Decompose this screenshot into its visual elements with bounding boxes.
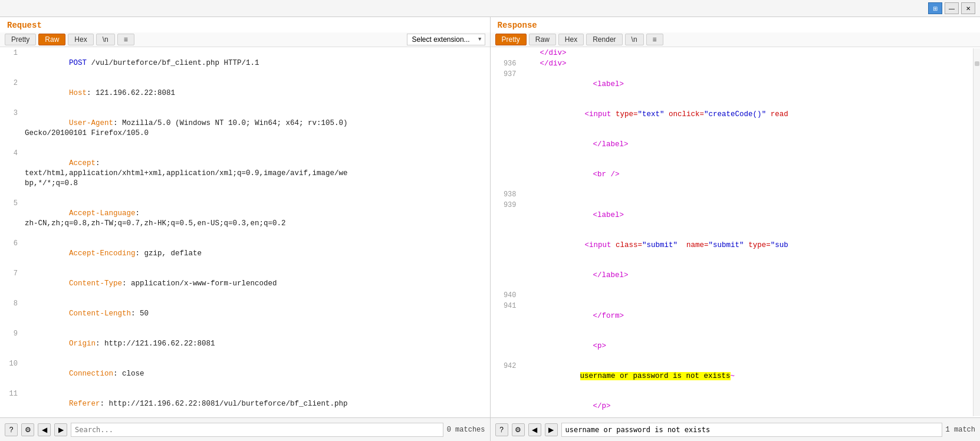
response-title: Response bbox=[491, 17, 981, 32]
layout-close-icon[interactable]: ✕ bbox=[961, 2, 975, 14]
response-search-bar: ? ⚙ ◀ ▶ 1 match bbox=[491, 417, 981, 441]
response-line-942: 942 username or password is not exists~ … bbox=[491, 361, 974, 416]
layout-grid-icon[interactable]: ⊞ bbox=[928, 2, 942, 14]
response-code-area: </div> 936 </div> 937 <label> <input typ… bbox=[491, 47, 981, 417]
tab-response-menu[interactable]: ≡ bbox=[646, 34, 663, 45]
request-search-input[interactable] bbox=[71, 423, 443, 437]
request-help-icon[interactable]: ? bbox=[5, 423, 18, 436]
request-line-9: 9 Origin: http://121.196.62.22:8081 bbox=[0, 329, 490, 359]
response-line-937: 937 <label> <input type="text" onclick="… bbox=[491, 70, 974, 190]
tab-request-menu[interactable]: ≡ bbox=[117, 34, 134, 45]
select-extension-dropdown[interactable]: Select extension... bbox=[407, 34, 485, 45]
request-settings-icon[interactable]: ⚙ bbox=[21, 423, 34, 436]
request-prev-icon[interactable]: ◀ bbox=[38, 423, 51, 436]
request-panel: Request Pretty Raw Hex \n ≡ Select exten… bbox=[0, 17, 491, 441]
tab-response-hex[interactable]: Hex bbox=[558, 34, 584, 45]
response-lines: </div> 936 </div> 937 <label> <input typ… bbox=[491, 48, 974, 416]
response-scrollbar[interactable] bbox=[973, 48, 980, 416]
response-help-icon[interactable]: ? bbox=[495, 423, 508, 436]
response-line-938: 938 bbox=[491, 190, 974, 200]
response-line-936: 936 </div> bbox=[491, 59, 974, 70]
response-line-941: 941 </form> <p> bbox=[491, 301, 974, 361]
request-line-3: 3 User-Agent: Mozilla/5.0 (Windows NT 10… bbox=[0, 108, 490, 149]
request-line-2: 2 Host: 121.196.62.22:8081 bbox=[0, 78, 490, 108]
request-line-8: 8 Content-Length: 50 bbox=[0, 299, 490, 329]
request-tab-bar: Pretty Raw Hex \n ≡ Select extension... bbox=[0, 32, 490, 47]
response-next-icon[interactable]: ▶ bbox=[545, 423, 558, 436]
tab-response-newline[interactable]: \n bbox=[625, 34, 644, 45]
request-line-11: 11 Referer: http://121.196.62.22:8081/vu… bbox=[0, 389, 490, 417]
layout-minus-icon[interactable]: — bbox=[945, 2, 959, 14]
tab-request-raw[interactable]: Raw bbox=[38, 34, 65, 45]
response-search-input[interactable] bbox=[561, 423, 942, 437]
request-line-6: 6 Accept-Encoding: gzip, deflate bbox=[0, 239, 490, 269]
request-line-4: 4 Accept: text/html,application/xhtml+xm… bbox=[0, 149, 490, 199]
response-panel: Response Pretty Raw Hex Render \n ≡ </di… bbox=[491, 17, 981, 441]
tab-request-hex[interactable]: Hex bbox=[68, 34, 93, 45]
request-line-5: 5 Accept-Language: zh-CN,zh;q=0.8,zh-TW;… bbox=[0, 199, 490, 239]
request-search-count: 0 matches bbox=[447, 426, 485, 434]
tab-response-render[interactable]: Render bbox=[586, 34, 622, 45]
response-line-939: 939 <label> <input class="submit" name="… bbox=[491, 200, 974, 291]
request-line-7: 7 Content-Type: application/x-www-form-u… bbox=[0, 269, 490, 299]
response-prev-icon[interactable]: ◀ bbox=[528, 423, 541, 436]
response-tab-bar: Pretty Raw Hex Render \n ≡ bbox=[491, 32, 981, 47]
request-line-1: 1 POST /vul/burteforce/bf_client.php HTT… bbox=[0, 48, 490, 78]
response-search-count: 1 match bbox=[946, 426, 975, 434]
request-next-icon[interactable]: ▶ bbox=[54, 423, 67, 436]
tab-response-raw[interactable]: Raw bbox=[529, 34, 556, 45]
tab-request-pretty[interactable]: Pretty bbox=[5, 34, 36, 45]
response-line-top: </div> bbox=[491, 48, 974, 59]
top-toolbar: ⊞ — ✕ bbox=[0, 0, 980, 17]
response-settings-icon[interactable]: ⚙ bbox=[512, 423, 525, 436]
request-code-area: 1 POST /vul/burteforce/bf_client.php HTT… bbox=[0, 47, 490, 417]
select-extension-wrapper[interactable]: Select extension... bbox=[407, 34, 485, 45]
tab-request-newline[interactable]: \n bbox=[96, 34, 115, 45]
request-title: Request bbox=[0, 17, 490, 32]
response-line-940: 940 bbox=[491, 291, 974, 301]
tab-response-pretty[interactable]: Pretty bbox=[495, 34, 527, 45]
request-line-10: 10 Connection: close bbox=[0, 359, 490, 389]
main-panels: Request Pretty Raw Hex \n ≡ Select exten… bbox=[0, 17, 980, 441]
request-search-bar: ? ⚙ ◀ ▶ 0 matches bbox=[0, 417, 490, 441]
